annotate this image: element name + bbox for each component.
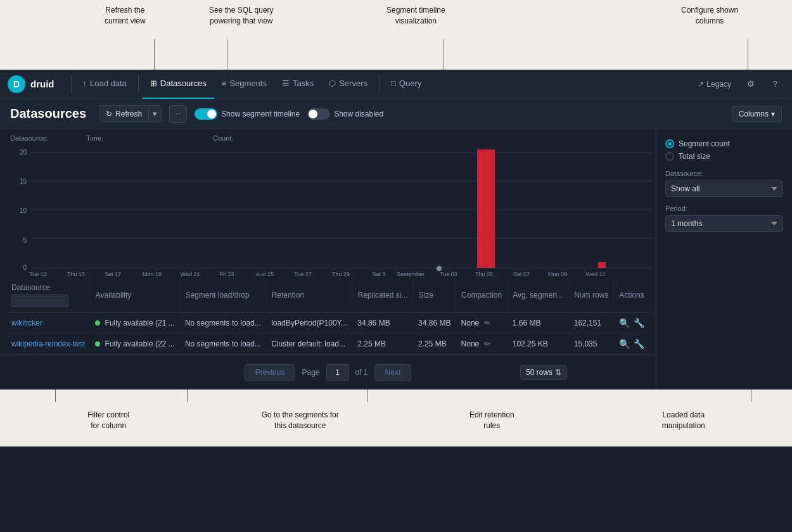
wrench-icon[interactable]: 🔧 xyxy=(634,339,644,349)
col-retention: Retention xyxy=(266,278,352,313)
page-number-input[interactable] xyxy=(326,364,349,381)
datasource-filter-input[interactable] xyxy=(11,294,68,307)
external-link-icon: ↗ xyxy=(698,80,704,89)
count-header: Count: xyxy=(213,134,264,142)
nav-query[interactable]: □ Query xyxy=(383,70,429,99)
table-row: wikiticker Fully available (21 ... No se… xyxy=(6,313,649,334)
page-title: Datasources xyxy=(10,106,86,121)
previous-button[interactable]: Previous xyxy=(245,364,296,381)
segment-count-radio[interactable]: Segment count xyxy=(665,139,783,148)
svg-text:Thu 29: Thu 29 xyxy=(332,271,350,276)
annotation-sql: See the SQL querypowering that view xyxy=(209,5,274,27)
compaction-edit-icon[interactable]: ✏ xyxy=(484,319,490,327)
svg-text:Tue 27: Tue 27 xyxy=(294,271,312,276)
period-select[interactable]: 1 months 3 months 6 months 1 year xyxy=(665,215,783,232)
nav-divider-3 xyxy=(379,75,380,94)
nav-segments[interactable]: ≡ Segments xyxy=(214,70,274,99)
next-button[interactable]: Next xyxy=(374,364,412,381)
datasource-link-wikiticker[interactable]: wikiticker xyxy=(11,319,42,327)
total-size-radio[interactable]: Total size xyxy=(665,152,783,161)
datasource-select[interactable]: Show all xyxy=(665,180,783,197)
wrench-icon[interactable]: 🔧 xyxy=(634,318,644,328)
action-icons: 🔍 🔧 xyxy=(619,318,644,328)
legacy-btn[interactable]: ↗ Legacy xyxy=(693,80,736,89)
svg-text:0: 0 xyxy=(23,264,27,271)
chevron-down-icon: ▾ xyxy=(153,109,157,118)
datasource-link-wikipedia[interactable]: wikipedia-reindex-test xyxy=(11,339,85,348)
bottom-annotation-manipulation: Loaded datamanipulation xyxy=(588,398,780,431)
svg-text:20: 20 xyxy=(20,149,27,156)
svg-text:Aug 25: Aug 25 xyxy=(256,271,274,276)
col-num-rows: Num rows xyxy=(569,278,614,313)
radio-circle-checked xyxy=(665,139,674,148)
sql-button[interactable]: ··· xyxy=(169,105,187,123)
annotation-timeline: Segment timelinevisualization xyxy=(386,5,445,27)
logo: D druid xyxy=(8,75,54,93)
svg-text:Sat 07: Sat 07 xyxy=(513,271,530,276)
bottom-annotation-retention: Edit retentionrules xyxy=(396,398,588,431)
svg-text:5: 5 xyxy=(23,237,27,244)
nav-tasks[interactable]: ☰ Tasks xyxy=(274,70,321,99)
refresh-icon: ↻ xyxy=(106,110,112,118)
help-icon: ? xyxy=(772,79,777,89)
nav-servers[interactable]: ⬡ Servers xyxy=(321,70,375,99)
chart-dot xyxy=(437,266,442,271)
bottom-annotation-filter: Filter controlfor column xyxy=(13,398,205,431)
svg-text:Wed 21: Wed 21 xyxy=(181,271,200,276)
logo-icon: D xyxy=(8,75,25,93)
chart-metric-radio-group: Segment count Total size xyxy=(665,139,783,161)
availability-dot xyxy=(95,341,100,346)
servers-icon: ⬡ xyxy=(329,79,336,88)
svg-text:Sat 17: Sat 17 xyxy=(105,271,121,276)
svg-text:September: September xyxy=(397,271,425,276)
svg-text:Thu 05: Thu 05 xyxy=(475,271,493,276)
nav-right: ↗ Legacy ⚙ ? xyxy=(693,75,784,94)
settings-btn[interactable]: ⚙ xyxy=(741,75,760,94)
col-replicated-size: Replicated si... xyxy=(352,278,413,313)
nav-divider xyxy=(71,75,72,94)
gear-icon: ⚙ xyxy=(747,79,755,89)
segment-timeline-toggle[interactable] xyxy=(195,108,217,120)
toolbar: Datasources ↻ Refresh ▾ ··· Show segment… xyxy=(0,99,792,129)
svg-text:Thu 15: Thu 15 xyxy=(67,271,85,276)
svg-text:10: 10 xyxy=(20,207,27,214)
columns-button[interactable]: Columns ▾ xyxy=(732,106,782,122)
svg-text:Wed 11: Wed 11 xyxy=(586,271,606,276)
upload-icon: ↑ xyxy=(83,79,87,88)
chart-headers: Datasource: Time: Count: xyxy=(0,129,656,143)
refresh-dropdown[interactable]: ▾ xyxy=(148,106,161,122)
show-disabled-toggle[interactable] xyxy=(307,108,330,120)
refresh-button-group: ↻ Refresh ▾ xyxy=(99,105,162,122)
segment-timeline-chart: 20 15 10 5 0 Tue 13 Thu 15 xyxy=(6,143,656,276)
availability-dot xyxy=(95,320,100,326)
table-row: wikipedia-reindex-test Fully available (… xyxy=(6,334,649,355)
annotation-columns: Configure showncolumns xyxy=(681,5,738,27)
datasources-table: Datasource Availability Segment load/dro… xyxy=(6,278,649,355)
datasource-header: Datasource: xyxy=(10,134,86,142)
view-icon[interactable]: 🔍 xyxy=(619,318,630,328)
nav-divider-2 xyxy=(138,75,139,94)
col-availability: Availability xyxy=(90,278,180,313)
rows-per-page-select[interactable]: 50 rows ⇅ xyxy=(520,365,567,380)
svg-text:Tue 03: Tue 03 xyxy=(440,271,457,276)
view-icon[interactable]: 🔍 xyxy=(619,339,630,349)
refresh-button[interactable]: ↻ Refresh xyxy=(99,106,148,122)
col-avg-segment: Avg. segmen... xyxy=(508,278,569,313)
svg-text:15: 15 xyxy=(20,178,27,185)
segments-icon: ≡ xyxy=(222,79,227,88)
action-icons: 🔍 🔧 xyxy=(619,339,644,349)
svg-text:Mon 09: Mon 09 xyxy=(548,271,567,276)
help-btn[interactable]: ? xyxy=(765,75,784,94)
compaction-edit-icon[interactable]: ✏ xyxy=(484,339,490,348)
period-panel-label: Period: xyxy=(665,205,783,212)
svg-text:Tue 13: Tue 13 xyxy=(29,271,47,276)
svg-text:Sat 3: Sat 3 xyxy=(372,271,385,276)
radio-circle-unchecked xyxy=(665,152,674,161)
nav-datasources[interactable]: ⊞ Datasources xyxy=(143,70,214,99)
datasource-panel-label: Datasource: xyxy=(665,170,783,177)
datasources-icon: ⊞ xyxy=(150,79,157,88)
nav-load-data[interactable]: ↑ Load data xyxy=(75,70,134,99)
col-compaction: Compaction xyxy=(456,278,508,313)
col-segment-load: Segment load/drop xyxy=(180,278,266,313)
show-disabled-toggle-group: Show disabled xyxy=(307,108,383,120)
